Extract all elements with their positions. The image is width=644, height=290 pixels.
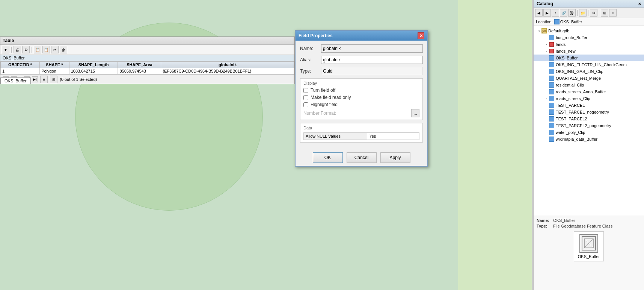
highlight-field-row: Highlight field	[303, 102, 419, 107]
toolbar-options-btn[interactable]: ⚙	[22, 46, 30, 53]
number-format-row: Number Format: …	[303, 109, 419, 117]
tree-item-wikimapia[interactable]: wikimapia_data_Buffer	[534, 136, 644, 143]
toolbar-paste-btn[interactable]: 📋	[42, 46, 50, 53]
cat-sep-1	[577, 10, 578, 16]
location-db-icon	[554, 19, 560, 24]
name-label: Name:	[300, 46, 319, 51]
expand-icon-oks-buffer	[544, 56, 549, 60]
toolbar-copy-btn[interactable]: 📋	[34, 46, 41, 53]
expand-icon-water	[544, 130, 549, 135]
db-icon-test-parcel	[549, 103, 554, 108]
fc-icon-lands-new	[549, 49, 554, 53]
null-values-value: Yes	[367, 133, 419, 140]
table-tab[interactable]: OKS_Buffer	[0, 77, 31, 84]
tree-item-bus-route[interactable]: bus_route_Buffer	[534, 34, 644, 41]
expand-icon-roads-anno	[544, 90, 549, 94]
db-icon-quartals	[549, 76, 554, 81]
tree-item-test-parcel2[interactable]: TEST_PARCEL2	[534, 115, 644, 122]
expand-icon-lands: -	[544, 42, 549, 47]
tree-item-oks-gas[interactable]: OKS_ING_GAS_LIN_Clip	[534, 68, 644, 75]
catalog-name-label: Name:	[537, 218, 552, 223]
toolbar-delete-btn[interactable]: 🗑	[60, 46, 67, 53]
alias-input[interactable]	[321, 56, 423, 64]
toolbar-menu-btn[interactable]: ▼	[2, 46, 9, 53]
catalog-type-row: Type: File Geodatabase Feature Class	[537, 224, 641, 228]
turn-field-off-checkbox[interactable]	[303, 88, 308, 93]
name-input[interactable]	[321, 44, 423, 53]
catalog-up-btn[interactable]: ↑	[552, 9, 559, 17]
preview-svg	[581, 236, 596, 251]
catalog-view-btn[interactable]: ⊞	[601, 9, 608, 17]
cancel-button[interactable]: Cancel	[347, 152, 377, 163]
tree-item-roads-clip[interactable]: - roads_streets_Clip	[534, 95, 644, 102]
display-section-title: Display	[303, 81, 419, 85]
expand-icon-wikimapia	[544, 137, 549, 141]
turn-field-off-label: Turn field off	[311, 88, 335, 93]
tree-item-defaultgdb[interactable]: ▷ gdb Default.gdb	[534, 27, 644, 34]
catalog-back-btn[interactable]: ◀	[535, 9, 543, 17]
apply-button[interactable]: Apply	[380, 152, 410, 163]
tree-item-lands[interactable]: - lands	[534, 41, 644, 48]
tree-item-roads-anno[interactable]: roads_streets_Anno_Buffer	[534, 88, 644, 95]
highlight-field-checkbox[interactable]	[303, 102, 308, 107]
tree-item-residential[interactable]: residential_Clip	[534, 82, 644, 88]
tree-item-lands-new[interactable]: - lands_new	[534, 48, 644, 55]
tree-label-wikimapia: wikimapia_data_Buffer	[556, 137, 597, 141]
col-shape[interactable]: SHAPE *	[40, 62, 69, 68]
table-grid-btn[interactable]: ⊞	[50, 76, 57, 83]
expand-icon-roads-clip: -	[544, 96, 549, 101]
tree-item-test-parcel[interactable]: TEST_PARCEL	[534, 102, 644, 109]
table-view-btn[interactable]: ≡	[40, 76, 48, 83]
expand-icon-test-parcel-nogeo	[544, 110, 549, 114]
expand-icon-residential	[544, 83, 549, 87]
col-objectid[interactable]: OBJECTID *	[1, 62, 40, 68]
dialog-titlebar: Field Properties ✕	[296, 31, 427, 41]
catalog-options-btn[interactable]: ⚙	[590, 9, 597, 17]
null-values-row: Allow NULL Values Yes	[304, 133, 419, 140]
tree-label-oks-electr: OKS_ING_ELECTR_LIN_CheckGeom	[556, 62, 627, 67]
expand-icon-oks-electr	[544, 62, 549, 67]
name-row: Name:	[300, 44, 423, 53]
catalog-disconnect-btn[interactable]: ⛓	[568, 9, 576, 17]
catalog-connect-btn[interactable]: 🔗	[560, 9, 567, 17]
ok-button[interactable]: OK	[313, 152, 343, 163]
catalog-info-panel: Name: OKS_Buffer Type: File Geodatabase …	[534, 215, 644, 290]
db-icon-oks-buffer	[549, 55, 554, 61]
toolbar-sep-2	[32, 47, 32, 53]
catalog-view2-btn[interactable]: ≡	[609, 9, 617, 17]
tree-item-water[interactable]: water_poly_Clip	[534, 129, 644, 136]
catalog-new-btn[interactable]: 📁	[579, 9, 587, 17]
type-label: Type:	[300, 68, 319, 74]
nav-last-btn[interactable]: ▶|	[32, 76, 38, 82]
cell-shape: Polygon	[40, 68, 69, 74]
col-shape-length[interactable]: SHAPE_Length	[69, 62, 118, 68]
db-icon-bus-route	[549, 35, 554, 40]
tree-item-test-parcel2-nogeo[interactable]: TEST_PARCEL2_nogeometry	[534, 122, 644, 129]
tree-label-defaultgdb: Default.gdb	[548, 29, 569, 33]
toolbar-cut-btn[interactable]: ✂	[51, 46, 59, 53]
data-section: Data Allow NULL Values Yes	[300, 123, 423, 143]
tree-label-roads-anno: roads_streets_Anno_Buffer	[556, 90, 606, 94]
catalog-close-icon[interactable]: ✕	[638, 2, 641, 6]
number-format-button[interactable]: …	[411, 109, 419, 117]
dialog-title: Field Properties	[299, 33, 333, 38]
catalog-forward-btn[interactable]: ▶	[543, 9, 551, 17]
fc-icon-lands	[549, 42, 554, 47]
col-globalnik[interactable]: globalnik	[161, 62, 294, 68]
col-shape-area[interactable]: SHAPE_Area	[118, 62, 161, 68]
tree-item-quartals[interactable]: QUARTALS_rest_Merge	[534, 75, 644, 82]
catalog-type-value: File Geodatabase Feature Class	[553, 224, 612, 228]
db-icon-test-parcel2-nogeo	[549, 123, 554, 128]
preview-label: OKS_Buffer	[578, 254, 600, 259]
make-field-readonly-checkbox[interactable]	[303, 95, 308, 100]
table-row[interactable]: 1 Polygon 1083.642715 85659.974543 {EF36…	[1, 68, 294, 74]
tree-item-oks-electr[interactable]: OKS_ING_ELECTR_LIN_CheckGeom	[534, 61, 644, 68]
toolbar-print-btn[interactable]: 🖨	[14, 46, 21, 53]
db-icon-wikimapia	[549, 137, 554, 142]
table-title-text: Table	[3, 38, 14, 43]
tree-item-oks-buffer[interactable]: OKS_Buffer	[534, 55, 644, 61]
table-title: Table	[0, 37, 294, 45]
dialog-close-button[interactable]: ✕	[418, 32, 424, 39]
tree-item-test-parcel-nogeo[interactable]: TEST_PARCEL_nogeometry	[534, 109, 644, 115]
location-value: OKS_Buffer	[560, 20, 582, 24]
